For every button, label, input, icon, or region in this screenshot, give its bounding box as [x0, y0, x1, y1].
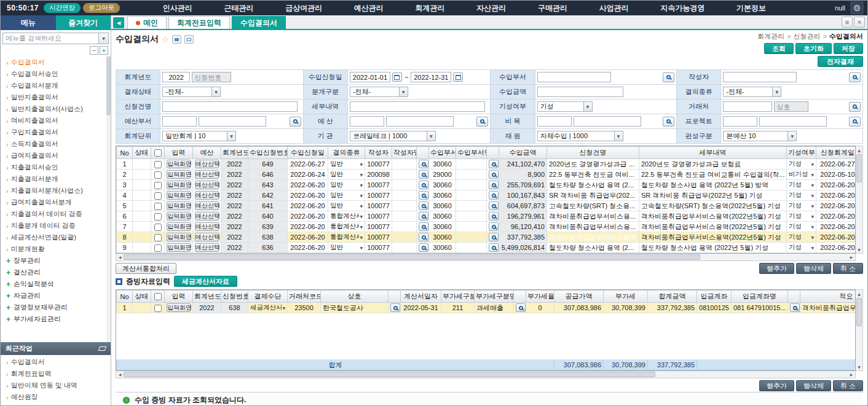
combo-cell[interactable]: 기성▼: [789, 160, 814, 168]
combo-cell[interactable]: 일반▼: [330, 243, 363, 252]
vscroll-track[interactable]: [856, 297, 862, 363]
search-button[interactable]: [419, 181, 428, 189]
expand-all-button[interactable]: +: [100, 46, 108, 55]
delete-row-button[interactable]: 행삭제: [796, 263, 831, 274]
search-button[interactable]: [489, 243, 499, 252]
sidebar-item[interactable]: ›여비지출결의서: [1, 115, 111, 127]
budget-select-button[interactable]: 예산선택: [195, 191, 219, 200]
topnav-item[interactable]: 회계관리: [416, 3, 445, 14]
search-button[interactable]: [489, 201, 499, 210]
vendor-name-input[interactable]: [774, 101, 808, 112]
scrollbar-thumb[interactable]: [106, 57, 111, 115]
date-to-input[interactable]: [411, 72, 451, 82]
detail-input[interactable]: [350, 101, 485, 112]
search-button[interactable]: [849, 102, 861, 112]
scroll-down-icon[interactable]: ▼: [856, 363, 862, 370]
budget-code-input[interactable]: [350, 116, 384, 127]
income-amount-input[interactable]: [537, 87, 623, 97]
row-checkbox[interactable]: [154, 171, 162, 179]
search-button[interactable]: [390, 303, 400, 312]
vscroll-thumb[interactable]: [856, 154, 862, 182]
project-code-input[interactable]: [723, 116, 757, 127]
input-screen-button[interactable]: 입력화면: [167, 170, 191, 179]
input-screen-button[interactable]: 입력화면: [167, 160, 191, 168]
favorite-star-icon[interactable]: ☆: [162, 35, 169, 44]
screen-icon[interactable]: [172, 35, 181, 44]
document-tab[interactable]: 회계전표입력: [168, 16, 230, 29]
search-button[interactable]: [849, 72, 861, 82]
budget-select-button[interactable]: 예산선택: [195, 243, 219, 252]
sidebar-item[interactable]: ›지출분개 데이터 검증: [1, 220, 111, 232]
input-screen-button[interactable]: 입력화면: [167, 201, 191, 210]
search-button[interactable]: [419, 170, 428, 179]
request-title-input[interactable]: [162, 101, 298, 112]
tab-close-button[interactable]: ×: [854, 17, 865, 28]
combo-cell[interactable]: 기성▼: [789, 212, 814, 221]
sidebar-group[interactable]: +경영정보재무관리: [1, 302, 111, 313]
combo-cell[interactable]: 기성▼: [789, 243, 814, 252]
scroll-left-icon[interactable]: ◀: [116, 371, 124, 378]
sidebar-item[interactable]: ›지출결의서분개(사업소): [1, 185, 111, 197]
sidebar-item[interactable]: ›지출결의서 데이터 검증: [1, 208, 111, 220]
sidebar-item[interactable]: ›구입지출결의서: [1, 127, 111, 138]
vscroll-track[interactable]: [856, 154, 862, 246]
sidebar-tab-menu[interactable]: 메뉴: [1, 15, 56, 30]
combo-cell[interactable]: 통합계산서▼: [330, 222, 363, 231]
topnav-item[interactable]: 근태관리: [224, 3, 253, 14]
calendar-icon[interactable]: [392, 72, 402, 82]
combo-cell[interactable]: 일반▼: [330, 181, 363, 189]
search-button[interactable]: [476, 117, 488, 127]
table-row[interactable]: 5입력화면예산선택20226412022-06-20일반▼10007730060…: [117, 201, 856, 211]
combo-cell[interactable]: 기성▼: [789, 191, 814, 200]
sidebar-item[interactable]: ›일반지출결의서: [1, 92, 111, 103]
row-checkbox[interactable]: [154, 203, 162, 210]
sidebar-item[interactable]: ›세금계산서연결(일괄): [1, 232, 111, 243]
search-button[interactable]: [419, 233, 428, 241]
combo-cell[interactable]: 일반▼: [330, 201, 363, 210]
search-button[interactable]: [849, 117, 861, 127]
sidebar-item[interactable]: ›소득지출결의서: [1, 138, 111, 150]
topnav-item[interactable]: 기본정보: [736, 3, 766, 14]
action-button[interactable]: 조회: [764, 43, 794, 54]
row-checkbox[interactable]: [154, 182, 162, 189]
scroll-down-icon[interactable]: ▼: [856, 246, 862, 253]
table-row[interactable]: 1입력화면예산선택20226492022-06-27일반▼10007730060…: [117, 159, 856, 170]
search-button[interactable]: [290, 117, 301, 127]
request-no-input[interactable]: [192, 72, 231, 82]
recent-item[interactable]: ›일반이체 연동 및 내역: [1, 380, 111, 391]
hscroll-thumb[interactable]: [124, 372, 655, 377]
sidebar-item[interactable]: ›수입결의서승인: [1, 68, 111, 80]
select-all-checkbox[interactable]: [154, 149, 162, 157]
table-row[interactable]: 6입력화면예산선택20226402022-06-20통합계산서▼10007730…: [117, 211, 856, 222]
hscroll-track[interactable]: [655, 371, 848, 378]
scroll-left-icon[interactable]: ◀: [116, 254, 124, 260]
budget-select-button[interactable]: 예산선택: [195, 212, 219, 221]
gs-select[interactable]: 기성▼: [537, 101, 593, 112]
project-name-input[interactable]: [759, 116, 827, 127]
sidebar-group[interactable]: +손익실적분석: [1, 278, 111, 290]
document-tab[interactable]: 수입결의서: [232, 16, 286, 29]
budget-select-button[interactable]: 예산선택: [195, 170, 219, 179]
table-row[interactable]: 2입력화면예산선택20226462022-06-24일반▼20009829000…: [117, 170, 856, 180]
scroll-up-icon[interactable]: ▲: [856, 146, 862, 154]
combo-cell[interactable]: 일반▼: [330, 160, 363, 168]
calendar-icon[interactable]: [453, 72, 463, 82]
add-row-button[interactable]: 행추가: [759, 263, 794, 274]
scroll-right-icon[interactable]: ▶: [848, 371, 855, 378]
search-button[interactable]: [419, 160, 428, 168]
delete-row-button[interactable]: 행삭제: [796, 380, 831, 391]
topnav-item[interactable]: 자산관리: [476, 3, 506, 14]
topnav-item[interactable]: 구매관리: [538, 3, 567, 14]
writer-input[interactable]: [723, 72, 797, 82]
search-button[interactable]: [489, 222, 499, 231]
sidebar-item[interactable]: ›지출결의서승인: [1, 162, 111, 173]
search-button[interactable]: [489, 170, 499, 179]
sidebar-item[interactable]: ›지출결의서분개: [1, 173, 111, 185]
search-button[interactable]: [419, 243, 428, 252]
search-button[interactable]: [489, 191, 499, 200]
fund-select[interactable]: 자체수입 | 1000▼: [537, 131, 623, 141]
sidebar-item[interactable]: ›급여지출결의서분개: [1, 197, 111, 208]
scroll-up-icon[interactable]: ▲: [856, 290, 862, 297]
budget-select-button[interactable]: 예산선택: [195, 233, 219, 241]
sidebar-group[interactable]: +자금관리: [1, 290, 111, 302]
